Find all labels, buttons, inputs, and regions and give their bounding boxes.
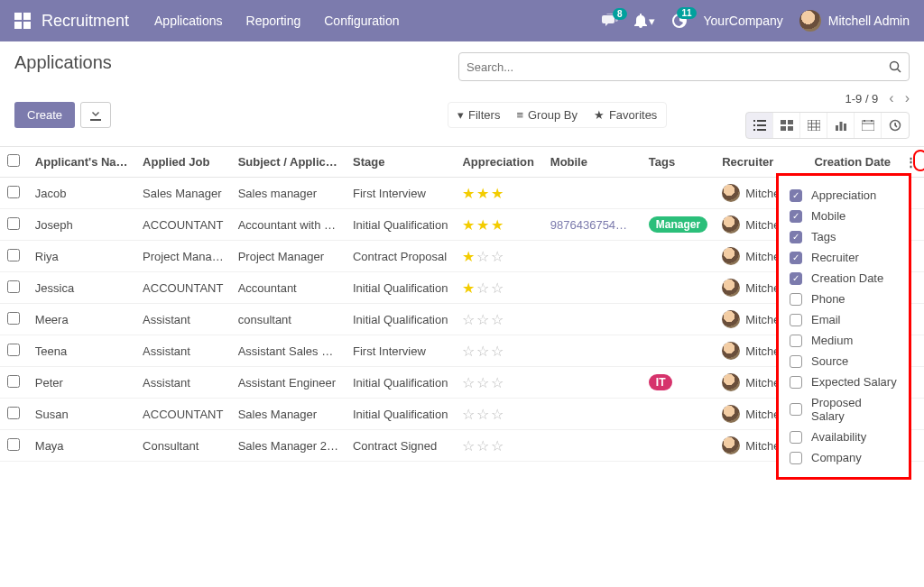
svg-rect-6	[808, 120, 820, 131]
mobile-link[interactable]: 9876436754…	[550, 218, 627, 232]
nav-menu: Applications Reporting Configuration	[154, 14, 399, 28]
optional-field-label: Email	[811, 313, 841, 326]
appreciation-stars[interactable]: ★☆☆	[462, 249, 505, 264]
row-checkbox[interactable]	[7, 186, 20, 198]
optional-field-item[interactable]: Expected Salary	[790, 371, 898, 392]
notifications-icon[interactable]: ▾	[634, 14, 655, 28]
row-checkbox[interactable]	[7, 344, 20, 356]
appreciation-stars[interactable]: ☆☆☆	[462, 312, 505, 327]
optional-field-item[interactable]: Email	[790, 309, 898, 330]
cell-job: Consultant	[135, 430, 231, 462]
cell-subject: Assistant Engineer	[231, 367, 346, 399]
row-checkbox[interactable]	[7, 438, 20, 451]
cell-job: Assistant	[135, 335, 231, 367]
appreciation-stars[interactable]: ★★★	[462, 217, 505, 233]
cell-job: ACCOUNTANT	[135, 399, 231, 430]
view-kanban[interactable]	[773, 113, 800, 138]
optional-field-item[interactable]: Recruiter	[790, 247, 898, 268]
view-calendar[interactable]	[855, 113, 882, 138]
appreciation-stars[interactable]: ☆☆☆	[462, 407, 505, 422]
search-input[interactable]	[467, 60, 889, 74]
pager-next[interactable]: ›	[905, 90, 910, 106]
optional-field-label: Source	[811, 354, 848, 368]
company-switcher[interactable]: YourCompany	[704, 14, 783, 28]
appreciation-stars[interactable]: ☆☆☆	[462, 438, 505, 454]
user-menu[interactable]: Mitchell Admin	[799, 10, 910, 32]
checkbox-icon	[790, 272, 802, 285]
messages-icon[interactable]: 8	[602, 14, 618, 28]
pager-prev[interactable]: ‹	[889, 90, 893, 106]
cell-stage: Contract Proposal	[346, 241, 456, 272]
avatar-icon	[722, 342, 740, 360]
cell-subject: Accountant	[231, 272, 346, 304]
row-checkbox[interactable]	[7, 312, 20, 325]
svg-rect-12	[839, 122, 842, 131]
nav-configuration[interactable]: Configuration	[324, 14, 399, 28]
row-checkbox[interactable]	[7, 280, 20, 293]
checkbox-icon	[790, 314, 802, 326]
optional-field-item[interactable]: Proposed Salary	[790, 392, 898, 426]
optional-field-item[interactable]: Creation Date	[790, 268, 898, 289]
cell-subject: Project Manager	[231, 241, 346, 272]
svg-line-1	[898, 69, 901, 73]
appreciation-stars[interactable]: ★★★	[462, 186, 505, 201]
import-button[interactable]	[80, 102, 111, 128]
optional-field-item[interactable]: Phone	[790, 289, 898, 309]
col-appreciation[interactable]: Appreciation	[455, 147, 542, 178]
row-checkbox[interactable]	[7, 375, 20, 388]
select-all-checkbox[interactable]	[7, 154, 20, 167]
optional-field-item[interactable]: Company	[790, 447, 898, 462]
avatar-icon	[722, 247, 740, 265]
view-pivot[interactable]	[800, 113, 827, 138]
row-checkbox[interactable]	[7, 249, 20, 261]
optional-field-item[interactable]: Mobile	[790, 206, 898, 226]
appreciation-stars[interactable]: ☆☆☆	[462, 344, 505, 359]
favorites-button[interactable]: ★Favorites	[594, 108, 657, 122]
cell-name: Joseph	[28, 209, 135, 241]
optional-field-item[interactable]: Tags	[790, 226, 898, 247]
create-button[interactable]: Create	[14, 102, 75, 128]
optional-field-item[interactable]: Medium	[790, 330, 898, 351]
optional-field-item[interactable]: Availability	[790, 426, 898, 447]
col-subject[interactable]: Subject / Applic…	[231, 147, 346, 178]
appreciation-stars[interactable]: ☆☆☆	[462, 375, 505, 390]
search-icon[interactable]	[889, 60, 901, 73]
svg-rect-4	[781, 126, 786, 131]
cell-job: ACCOUNTANT	[135, 272, 231, 304]
col-tags[interactable]: Tags	[642, 147, 715, 178]
cell-subject: Assistant Sales …	[231, 335, 346, 367]
cell-subject: Sales Manager	[231, 399, 346, 430]
optional-field-item[interactable]: Appreciation	[790, 185, 898, 206]
optional-field-label: Appreciation	[811, 188, 876, 202]
checkbox-icon	[790, 376, 802, 389]
col-stage[interactable]: Stage	[346, 147, 456, 178]
cell-stage: First Interview	[346, 178, 456, 209]
appreciation-stars[interactable]: ★☆☆	[462, 280, 505, 296]
col-name[interactable]: Applicant's Na…	[28, 147, 135, 178]
cell-name: Jessica	[28, 272, 135, 304]
optional-field-label: Availability	[811, 430, 866, 444]
nav-reporting[interactable]: Reporting	[246, 14, 301, 28]
groupby-button[interactable]: ≡Group By	[516, 108, 578, 122]
filters-button[interactable]: ▾Filters	[457, 108, 500, 122]
search-box[interactable]	[458, 52, 910, 81]
activities-icon[interactable]: 11	[671, 13, 688, 29]
col-mobile[interactable]: Mobile	[543, 147, 642, 178]
view-graph[interactable]	[827, 113, 855, 138]
view-activity[interactable]	[882, 113, 909, 138]
svg-rect-14	[862, 121, 874, 131]
brand[interactable]: Recruitment	[42, 12, 129, 31]
svg-rect-17	[871, 120, 873, 122]
svg-rect-5	[788, 126, 793, 131]
optional-field-item[interactable]: Source	[790, 351, 898, 371]
view-list[interactable]	[746, 113, 773, 138]
row-checkbox[interactable]	[7, 407, 20, 419]
tag: Manager	[649, 216, 707, 233]
svg-point-0	[891, 62, 899, 70]
row-checkbox[interactable]	[7, 217, 20, 230]
nav-applications[interactable]: Applications	[154, 14, 223, 28]
col-job[interactable]: Applied Job	[135, 147, 231, 178]
apps-icon[interactable]	[14, 13, 31, 29]
cell-stage: Initial Qualification	[346, 304, 456, 335]
cell-name: Teena	[28, 335, 135, 367]
